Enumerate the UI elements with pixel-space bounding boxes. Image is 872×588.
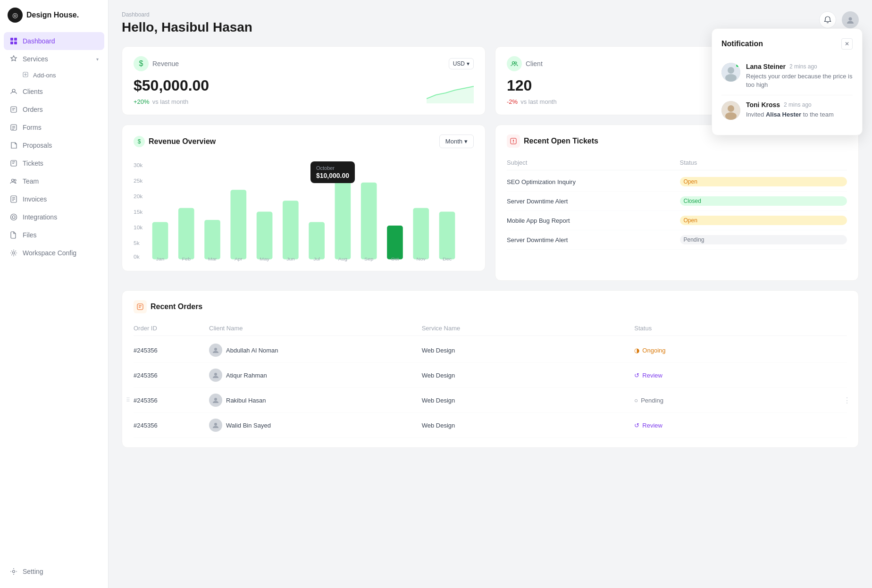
svg-point-24 (12, 216, 15, 218)
sidebar-item-team[interactable]: Team (4, 172, 104, 190)
notification-text-1: Rejects your order because the price is … (746, 72, 853, 89)
notification-close-button[interactable]: ✕ (841, 38, 853, 50)
currency-select[interactable]: USD ▾ (449, 58, 474, 69)
svg-point-7 (12, 89, 15, 92)
revenue-label: Revenue (152, 60, 179, 67)
svg-point-19 (14, 179, 16, 181)
sidebar-item-label: Orders (23, 106, 43, 113)
chart-title-row: $ Revenue Overview (134, 136, 216, 147)
tickets-table-header: Subject Status (507, 155, 847, 170)
page-header-left: Dashboard Hello, Hasibul Hasan (122, 11, 252, 35)
sidebar-item-label: Tickets (23, 160, 43, 167)
sidebar-item-dashboard[interactable]: Dashboard (4, 32, 104, 50)
svg-text:10k: 10k (134, 225, 143, 230)
ticket-row: Server Downtime Alert Pending (507, 230, 847, 250)
notif-text-highlight-2: Alisa Hester (766, 111, 801, 118)
svg-text:5k: 5k (134, 240, 140, 245)
client-value: 120 (507, 77, 557, 94)
sidebar-item-addons[interactable]: Add-ons (4, 68, 104, 83)
status-icon-3: ○ (634, 397, 638, 404)
status-label-4: Review (642, 422, 662, 429)
order-status-1: ◑ Ongoing (634, 347, 847, 354)
notification-title: Notification (721, 40, 763, 48)
files-icon (9, 231, 18, 239)
notification-panel: Notification ✕ Lana Steiner 2 mins ago R… (712, 28, 863, 135)
svg-point-68 (214, 348, 217, 351)
ticket-status-4: Pending (680, 235, 847, 244)
clients-icon (9, 87, 18, 96)
sidebar-item-label: Add-ons (33, 72, 56, 79)
sidebar-item-invoices[interactable]: Invoices (4, 190, 104, 208)
client-change-value: -2% (507, 98, 518, 105)
sidebar-item-workspace-config[interactable]: Workspace Config (4, 244, 104, 262)
revenue-change-value: +20% (134, 98, 150, 105)
ticket-subject-1: SEO Optimization Inquiry (507, 178, 674, 185)
sidebar-item-files[interactable]: Files (4, 226, 104, 244)
ticket-subject-4: Server Downtime Alert (507, 236, 674, 244)
client-change: -2% vs last month (507, 98, 557, 105)
svg-rect-48 (283, 201, 299, 259)
svg-text:Nov: Nov (417, 256, 426, 261)
svg-text:Jan: Jan (156, 256, 165, 261)
client-cell-3: Rakibul Hasan (209, 394, 422, 407)
sidebar-item-label: Integrations (23, 213, 57, 221)
notification-avatar-1 (721, 63, 740, 82)
revenue-card: $ Revenue USD ▾ $50,000.00 +20% vs last … (122, 46, 486, 115)
service-name-1: Web Design (422, 347, 635, 354)
sidebar-item-services[interactable]: Services ▾ (4, 50, 104, 68)
client-icon (507, 56, 522, 71)
notification-item-1: Lana Steiner 2 mins ago Rejects your ord… (721, 57, 853, 95)
tickets-icon (507, 134, 520, 148)
orders-col-id: Order ID (134, 325, 209, 332)
drag-handle-3[interactable]: ⠿ (126, 397, 130, 403)
sidebar-footer: Setting (0, 563, 108, 580)
svg-point-73 (728, 67, 734, 74)
row-more-3[interactable]: ⋮ (843, 396, 851, 405)
client-avatar-1 (209, 344, 222, 357)
sidebar-item-proposals[interactable]: Proposals (4, 136, 104, 154)
orders-icon (134, 300, 147, 313)
svg-text:30k: 30k (134, 162, 143, 168)
logo-text: Design House. (26, 11, 79, 19)
ticket-row: Mobile App Bug Report Open (507, 211, 847, 230)
notification-button[interactable] (819, 11, 836, 28)
sidebar-nav: Dashboard Services ▾ Add-ons Clients (0, 32, 108, 563)
client-name-1: Abdullah Al Noman (226, 347, 278, 354)
sidebar-item-integrations[interactable]: Integrations (4, 208, 104, 226)
revenue-sparkline (427, 80, 474, 105)
svg-rect-2 (10, 42, 13, 44)
svg-text:Feb: Feb (182, 256, 191, 261)
services-icon (9, 55, 18, 63)
proposals-icon (9, 141, 18, 150)
sidebar-item-tickets[interactable]: Tickets (4, 154, 104, 172)
orders-header: Recent Orders (134, 300, 847, 313)
orders-table: Order ID Client Name Service Name Status… (134, 321, 847, 438)
client-name-4: Walid Bin Sayed (226, 422, 271, 429)
svg-point-25 (11, 214, 17, 220)
svg-point-28 (849, 17, 852, 21)
order-id-3: #245356 (134, 397, 209, 404)
svg-rect-54 (361, 183, 377, 260)
sidebar-item-orders[interactable]: Orders (4, 101, 104, 118)
bell-icon (824, 16, 831, 24)
sidebar-item-setting[interactable]: Setting (4, 563, 104, 580)
sidebar-item-label: Files (23, 231, 37, 239)
svg-point-27 (13, 571, 15, 573)
sidebar-item-label: Forms (23, 124, 42, 131)
svg-point-76 (728, 105, 734, 112)
sidebar-item-forms[interactable]: Forms (4, 118, 104, 136)
notification-header: Notification ✕ (721, 38, 853, 50)
period-select[interactable]: Month ▾ (439, 134, 474, 148)
client-cell-4: Walid Bin Sayed (209, 419, 422, 432)
status-label-1: Ongoing (642, 347, 665, 354)
sidebar-item-clients[interactable]: Clients (4, 83, 104, 101)
chart-title: Revenue Overview (149, 137, 216, 146)
online-indicator-1 (736, 64, 739, 67)
chart-area: 30k 25k 20k 15k 10k 5k 0k Jan (134, 158, 474, 261)
sidebar-item-label: Proposals (23, 142, 52, 149)
user-avatar[interactable] (842, 11, 859, 28)
sidebar-item-label: Dashboard (23, 37, 55, 45)
client-avatar-2 (209, 369, 222, 382)
svg-rect-3 (14, 42, 17, 44)
svg-point-18 (12, 179, 14, 182)
